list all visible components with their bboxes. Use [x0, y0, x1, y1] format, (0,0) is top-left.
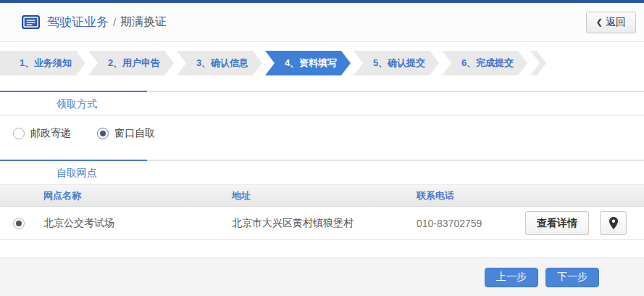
step-3-confirm-info[interactable]: 3、确认信息: [177, 51, 262, 75]
section-accent-line-blue: [0, 91, 147, 92]
table-header-address: 地址: [232, 189, 417, 202]
page: 驾驶证业务 / 期满换证 ❮ 返回 1、业务须知 2、用户申告 3、确认信息 4…: [0, 0, 644, 296]
page-header: 驾驶证业务 / 期满换证 ❮ 返回: [0, 3, 644, 42]
step-wizard: 1、业务须知 2、用户申告 3、确认信息 4、资料填写 5、确认提交 6、完成提…: [0, 51, 644, 75]
pickup-method-options: 邮政寄递 窗口自取: [0, 116, 644, 150]
page-title-primary: 驾驶证业务: [47, 14, 109, 30]
table-row: 北京公交考试场 北京市大兴区黄村镇狼堡村 010-83702759 查看详情: [0, 207, 644, 240]
section-accent-line: [0, 160, 644, 161]
table-header-row: 网点名称 地址 联系电话: [0, 185, 644, 207]
license-card-icon: [22, 15, 40, 29]
step-5-confirm-submit[interactable]: 5、确认提交: [354, 51, 439, 75]
row-radio-selected[interactable]: [13, 218, 25, 229]
radio-selected-icon: [97, 128, 109, 139]
radio-option-window-pickup[interactable]: 窗口自取: [97, 127, 155, 140]
step-4-fill-in-data[interactable]: 4、资料填写: [265, 51, 351, 75]
prev-step-button[interactable]: 上一步: [485, 268, 538, 287]
back-button[interactable]: ❮ 返回: [586, 12, 636, 33]
pickup-location-section: 自取网点 网点名称 地址 联系电话 北京公交考试场 北京市大兴区黄村镇狼堡村 0…: [0, 160, 644, 240]
section-accent-line: [0, 91, 644, 92]
chevron-left-icon: ❮: [596, 17, 603, 27]
map-pin-button[interactable]: [600, 211, 627, 235]
view-details-button[interactable]: 查看详情: [525, 211, 589, 235]
step-2-user-declaration[interactable]: 2、用户申告: [88, 51, 174, 75]
radio-unselected-icon: [13, 128, 25, 139]
radio-option-label: 窗口自取: [114, 127, 155, 140]
row-location-name: 北京公交考试场: [43, 217, 232, 230]
breadcrumb: 驾驶证业务 / 期满换证: [22, 14, 167, 30]
pickup-method-section: 领取方式 邮政寄递 窗口自取: [0, 91, 644, 150]
footer-bar: 上一步 下一步: [0, 258, 644, 296]
pickup-method-title: 领取方式: [0, 92, 644, 116]
section-accent-line-blue: [0, 160, 147, 161]
radio-option-label: 邮政寄递: [30, 127, 71, 140]
row-location-address: 北京市大兴区黄村镇狼堡村: [232, 217, 417, 230]
step-wizard-tail: [530, 51, 546, 75]
step-1-business-notice[interactable]: 1、业务须知: [0, 51, 85, 75]
breadcrumb-separator: /: [113, 16, 116, 28]
row-actions: 查看详情: [525, 211, 644, 235]
page-title-secondary: 期满换证: [120, 15, 167, 30]
next-step-button[interactable]: 下一步: [545, 268, 599, 287]
row-radio-cell: [0, 218, 43, 229]
location-pin-icon: [609, 217, 618, 229]
back-button-label: 返回: [606, 16, 626, 29]
table-header-phone: 联系电话: [417, 189, 525, 202]
radio-option-postal-delivery[interactable]: 邮政寄递: [13, 127, 71, 140]
step-6-complete-submit[interactable]: 6、完成提交: [442, 51, 527, 75]
pickup-location-title: 自取网点: [0, 161, 644, 185]
pickup-location-table: 网点名称 地址 联系电话 北京公交考试场 北京市大兴区黄村镇狼堡村 010-83…: [0, 185, 644, 240]
table-header-name: 网点名称: [43, 189, 232, 202]
row-location-phone: 010-83702759: [417, 218, 525, 229]
